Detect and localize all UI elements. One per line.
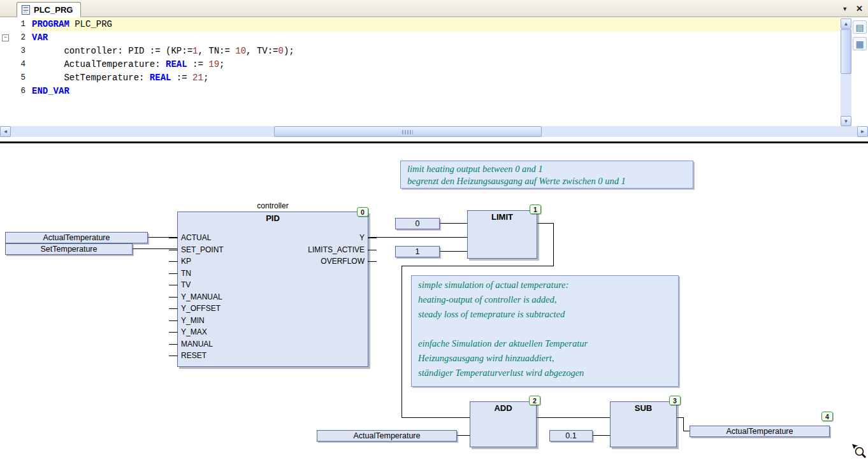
wire <box>368 237 467 238</box>
input-limit-max[interactable]: 1 <box>395 246 440 257</box>
execution-order-badge-0: 0 <box>357 207 368 217</box>
wire <box>553 223 554 266</box>
pin-out-overflow: OVERFLOW <box>321 256 365 267</box>
output-actual-temperature[interactable]: ActualTemperature <box>690 426 830 437</box>
pin-in-set_point: SET_POINT <box>181 245 224 255</box>
input-actual-temperature[interactable]: ActualTemperature <box>5 232 148 243</box>
zoom-button[interactable] <box>851 443 867 459</box>
pin-in-y_offset: Y_OFFSET <box>181 303 221 314</box>
comment-line: heating-output of controller is added, <box>418 292 672 307</box>
execution-order-badge-1: 1 <box>530 205 541 214</box>
pin-in-reset: RESET <box>181 350 206 361</box>
wire <box>683 431 690 431</box>
input-limit-min[interactable]: 0 <box>395 218 440 229</box>
pin-in-actual: ACTUAL <box>181 233 211 243</box>
comment-simulation[interactable]: simple simulation of actual temperature:… <box>411 275 679 387</box>
sub-block[interactable]: SUB <box>610 401 677 447</box>
pid-instance-label: controller <box>177 201 368 210</box>
execution-order-badge-4: 4 <box>821 412 833 421</box>
pin-in-y_min: Y_MIN <box>181 315 205 326</box>
add-block[interactable]: ADD <box>470 401 537 447</box>
wire <box>401 266 402 418</box>
pin-in-kp: KP <box>181 256 191 267</box>
comment-line: Heizungsausgang wird hinzuaddiert, <box>418 351 672 366</box>
pin-in-tn: TN <box>181 268 191 279</box>
input-actual-temperature-2[interactable]: ActualTemperature <box>317 430 457 442</box>
pid-title: PID <box>178 213 368 223</box>
limit-title: LIMIT <box>468 212 537 222</box>
comment-line: limit heating output between 0 and 1 <box>407 163 686 175</box>
wire <box>401 266 554 266</box>
wire <box>401 417 470 418</box>
input-set-temperature[interactable]: SetTemperature <box>5 243 133 255</box>
comment-line: ständiger Temperaturverlust wird abgezog… <box>418 366 672 380</box>
limit-block[interactable]: LIMIT <box>467 210 537 259</box>
input-loss-constant[interactable]: 0.1 <box>549 430 593 442</box>
wire <box>537 417 610 418</box>
wire <box>537 223 554 224</box>
pin-in-manual: MANUAL <box>181 339 213 350</box>
comment-line: simple simulation of actual temperature: <box>418 278 672 292</box>
application-window: PLC_PRG ▼ ✕ 1PROGRAM PLC_PRG2VAR3 contro… <box>0 0 868 460</box>
cfc-editor[interactable]: limit heating output between 0 and 1begr… <box>0 0 868 460</box>
execution-order-badge-2: 2 <box>529 396 540 405</box>
comment-line <box>418 322 672 336</box>
pin-in-tv: TV <box>181 280 191 291</box>
pin-in-y_max: Y_MAX <box>181 327 207 338</box>
sub-title: SUB <box>611 403 676 413</box>
execution-order-badge-3: 3 <box>669 396 681 405</box>
pid-block[interactable]: PID ACTUALSET_POINTKPTNTVY_MANUALY_OFFSE… <box>177 212 368 367</box>
comment-limit[interactable]: limit heating output between 0 and 1begr… <box>400 161 693 189</box>
pin-in-y_manual: Y_MANUAL <box>181 292 222 303</box>
wire <box>593 435 610 436</box>
comment-line: einfache Simulation der aktuellen Temper… <box>418 336 672 351</box>
pin-out-limits_active: LIMITS_ACTIVE <box>308 245 365 255</box>
wire <box>440 251 467 252</box>
add-title: ADD <box>470 403 536 413</box>
comment-line: begrenzt den Heizungsausgang auf Werte z… <box>407 175 686 187</box>
pin-out-y: Y <box>359 233 365 243</box>
magnifier-icon <box>851 443 867 459</box>
comment-line: steady loss of temeprature is subtracted <box>418 307 672 322</box>
wire <box>457 435 470 436</box>
wire <box>440 223 467 224</box>
wire <box>683 417 684 431</box>
